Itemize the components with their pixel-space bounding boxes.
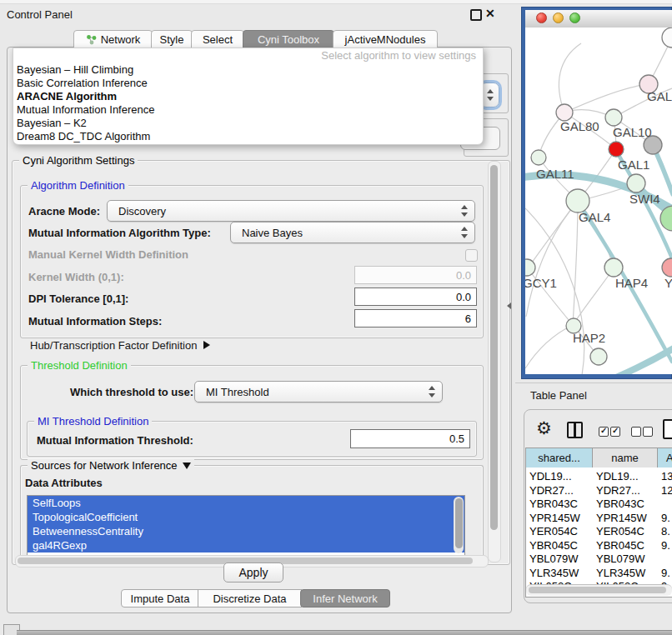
node-salmon[interactable] xyxy=(662,258,672,277)
page-icon[interactable] xyxy=(663,419,672,439)
table-row[interactable]: YBR045CYBR045C9. xyxy=(526,538,672,552)
mi-algorithm-type-label: Mutual Information Algorithm Type: xyxy=(28,227,211,239)
zoom-traffic-light[interactable] xyxy=(569,12,580,23)
table-horizontal-scrollbar[interactable] xyxy=(526,584,672,596)
dpi-tolerance-field[interactable]: 0.0 xyxy=(354,288,477,306)
dropdown-option[interactable]: Bayesian – K2 xyxy=(13,117,483,130)
table-row[interactable]: YDR27...YDR27...12 xyxy=(526,483,672,498)
checked-checkbox-icon[interactable] xyxy=(599,427,609,437)
node-gal11[interactable] xyxy=(531,150,546,165)
table-row[interactable]: YER054CYER054C8. xyxy=(526,524,672,538)
table-panel-divider xyxy=(515,382,672,383)
tab-network[interactable]: Network xyxy=(73,30,153,48)
hub-section-label[interactable]: Hub/Transcription Factor Definition xyxy=(30,339,210,352)
which-threshold-label: Which threshold to use: xyxy=(70,386,193,398)
dropdown-option-highlighted[interactable]: ARACNE Algorithm xyxy=(13,90,483,103)
list-item-selected[interactable]: TopologicalCoefficient xyxy=(28,510,464,524)
close-traffic-light[interactable] xyxy=(536,12,547,23)
dropdown-prompt: Select algorithm to view settings xyxy=(13,48,483,63)
tab-jactivemnodules[interactable]: jActiveMNodules xyxy=(333,30,438,48)
selected-value: MI Threshold xyxy=(206,382,269,402)
unchecked-checkbox-icon[interactable] xyxy=(631,427,641,437)
settings-vertical-scrollbar[interactable] xyxy=(488,161,501,562)
bottom-panel-edge[interactable] xyxy=(17,630,672,635)
dropdown-option[interactable]: Basic Correlation Inference xyxy=(13,77,483,90)
expand-right-icon[interactable] xyxy=(203,341,210,349)
column-header-name[interactable]: name xyxy=(593,448,658,468)
node-label: GAL xyxy=(647,89,672,103)
kernel-width-field[interactable]: 0.0 xyxy=(354,266,477,284)
node-label: HAP4 xyxy=(615,276,648,290)
table-row[interactable]: YDL19...YDL19...13 xyxy=(526,469,672,483)
mi-steps-field[interactable]: 6 xyxy=(354,309,477,328)
dropdown-option[interactable]: Dream8 DC_TDC Algorithm xyxy=(13,130,483,143)
top-strip xyxy=(0,0,672,4)
group-title: Threshold Definition xyxy=(28,359,131,372)
node-labels: GAL GAL80 GAL10 GAL1 GAL11 SWI4 GAL4 GCY… xyxy=(525,89,672,345)
node-swi4[interactable] xyxy=(627,174,645,192)
dropdown-option[interactable]: Mutual Information Inference xyxy=(13,103,483,117)
combo-arrows-icon xyxy=(460,201,469,221)
node-label: GAL10 xyxy=(613,125,652,139)
combo-arrows-icon xyxy=(460,222,469,242)
list-item-selected[interactable]: BetweennessCentrality xyxy=(28,524,464,538)
node-label: HAP2 xyxy=(573,331,605,345)
node-gal10[interactable] xyxy=(605,109,622,126)
aracne-mode-label: Aracne Mode: xyxy=(28,205,100,218)
panel-title: Control Panel xyxy=(7,8,73,21)
combo-arrows-icon xyxy=(428,382,436,402)
aracne-mode-select[interactable]: Discovery xyxy=(107,200,475,222)
tab-select[interactable]: Select xyxy=(191,30,244,48)
node-label: GCY1 xyxy=(525,276,557,290)
column-header-shared-name[interactable]: shared... xyxy=(526,448,593,468)
collapse-down-icon[interactable] xyxy=(183,462,191,469)
node-hap4[interactable] xyxy=(604,258,623,277)
node-unlabeled-top[interactable] xyxy=(662,28,672,48)
split-columns-icon[interactable] xyxy=(567,422,583,438)
table-row[interactable]: YLR345WYLR345W9. xyxy=(526,566,672,580)
list-item-selected[interactable]: SelfLoops xyxy=(28,496,464,510)
splitter-collapse-arrow-icon[interactable] xyxy=(507,302,511,309)
list-vertical-scrollbar[interactable] xyxy=(454,497,464,553)
mi-algorithm-type-select[interactable]: Naive Bayes xyxy=(230,222,475,243)
node-gal4[interactable] xyxy=(566,189,589,212)
tab-style[interactable]: Style xyxy=(151,30,193,48)
table-row[interactable]: YBR043CYBR043C xyxy=(526,497,672,511)
node-gal80[interactable] xyxy=(556,104,573,121)
gear-icon[interactable] xyxy=(536,418,552,438)
close-icon[interactable] xyxy=(485,6,495,21)
column-header-clipped[interactable]: A... xyxy=(658,448,672,468)
table-row[interactable]: YPR145WYPR145W9. xyxy=(526,511,672,525)
tab-impute-data[interactable]: Impute Data xyxy=(121,589,199,608)
tab-infer-network[interactable]: Infer Network xyxy=(300,589,390,608)
dpi-tolerance-label: DPI Tolerance [0,1]: xyxy=(28,292,128,305)
node-gcy1[interactable] xyxy=(525,259,535,276)
mi-threshold-field[interactable]: 0.5 xyxy=(350,429,470,448)
which-threshold-select[interactable]: MI Threshold xyxy=(194,381,443,402)
network-icon xyxy=(86,34,97,45)
group-title[interactable]: Sources for Network Inference xyxy=(28,459,194,472)
minimize-traffic-light[interactable] xyxy=(553,12,564,23)
manual-kernel-checkbox[interactable] xyxy=(465,249,478,262)
algorithm-dropdown-popup: Select algorithm to view settings Bayesi… xyxy=(13,48,484,145)
table-panel-title: Table Panel xyxy=(530,389,587,402)
node-label: Y xyxy=(664,276,672,290)
selected-value: Discovery xyxy=(118,201,166,221)
unchecked-checkbox-icon[interactable] xyxy=(643,427,653,437)
dropdown-option[interactable]: Bayesian – Hill Climbing xyxy=(13,63,483,77)
network-canvas[interactable]: GAL GAL80 GAL10 GAL1 GAL11 SWI4 GAL4 GCY… xyxy=(525,28,672,374)
apply-button[interactable]: Apply xyxy=(223,562,283,582)
data-attributes-list[interactable]: SelfLoops TopologicalCoefficient Between… xyxy=(27,495,465,557)
group-title: MI Threshold Definition xyxy=(34,415,152,428)
node-label: GAL4 xyxy=(579,210,610,224)
list-item-selected[interactable]: gal4RGexp xyxy=(28,538,464,552)
node-unlabeled-bottom[interactable] xyxy=(590,348,607,365)
tab-cyni-toolbox[interactable]: Cyni Toolbox xyxy=(243,30,334,48)
network-window-titlebar[interactable] xyxy=(525,10,672,28)
tab-discretize-data[interactable]: Discretize Data xyxy=(198,589,302,608)
checked-checkbox-icon[interactable] xyxy=(610,427,620,437)
float-icon[interactable] xyxy=(470,9,482,21)
table-row[interactable]: YBL079WYBL079W xyxy=(526,552,672,566)
group-title: Cyni Algorithm Settings xyxy=(19,154,138,167)
node-gal1-selected[interactable] xyxy=(609,142,624,157)
